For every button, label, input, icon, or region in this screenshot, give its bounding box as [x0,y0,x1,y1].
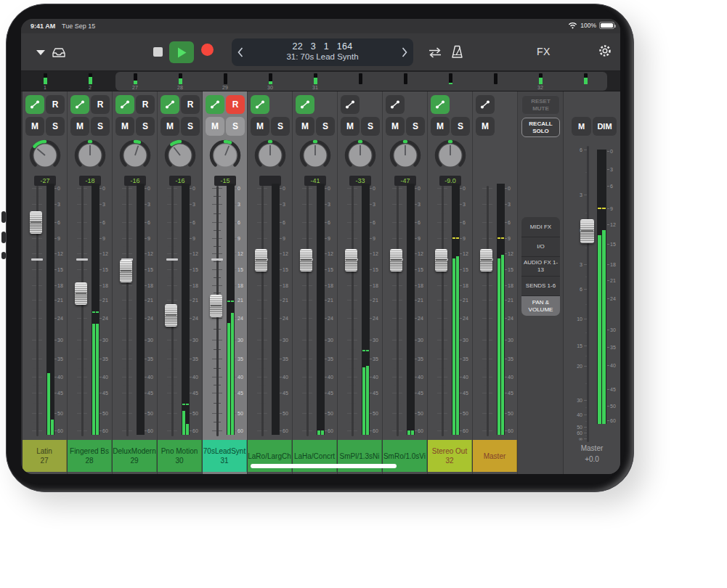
volume-fader-handle[interactable] [390,249,402,271]
overview-channel-meter[interactable] [539,73,543,84]
pan-knob[interactable] [299,138,331,173]
pan-knob[interactable] [209,138,241,173]
mute-button[interactable]: M [251,117,269,136]
record-enable-button[interactable]: R [46,95,65,114]
automation-button[interactable] [386,95,405,114]
mute-button[interactable]: M [386,117,405,136]
sidebar-mode-midi-fx[interactable]: MIDI FX [521,217,560,237]
record-enable-button[interactable]: R [136,95,155,114]
automation-button[interactable] [161,95,179,114]
track-name-label[interactable]: Pno Motion 30 [158,440,202,472]
overview-channel-meter[interactable] [494,73,497,84]
chevron-down-icon[interactable] [36,49,46,56]
library-tray-icon[interactable] [52,46,66,58]
automation-button[interactable] [251,95,269,114]
overview-channel-meter[interactable] [584,73,588,84]
next-marker-icon[interactable] [402,47,407,57]
overview-channel-meter[interactable] [44,73,47,84]
volume-fader-handle[interactable] [435,249,447,271]
pan-knob[interactable] [119,138,151,173]
solo-button[interactable]: S [271,117,290,136]
track-name-label[interactable]: 70sLeadSynt 31 [203,440,247,472]
sidebar-mode-audio-fx-1-13[interactable]: AUDIO FX 1-13 [521,256,560,276]
volume-fader-handle[interactable] [165,304,177,327]
lcd-display[interactable]: 22 3 1 164 31: 70s Lead Synth [232,38,413,66]
pan-knob[interactable] [29,138,61,173]
sidebar-mode-i-o[interactable]: I/O [521,237,560,256]
mixer-overview-strip[interactable]: 12272829303132 [21,71,620,91]
automation-button[interactable] [296,95,314,114]
pan-knob[interactable] [164,138,196,173]
fx-button[interactable]: FX [537,46,551,57]
reset-mute-button[interactable]: RESET MUTE [521,95,560,115]
track-name-label[interactable]: DeluxModern 29 [113,440,157,472]
mute-button[interactable]: M [341,117,360,136]
volume-fader-handle[interactable] [30,211,42,234]
pan-knob[interactable] [389,138,421,173]
mute-button[interactable]: M [70,117,89,136]
record-enable-button[interactable]: R [226,95,245,114]
metronome-icon[interactable] [451,45,463,59]
solo-button[interactable]: S [316,117,335,136]
track-name-label[interactable]: Latin 27 [23,440,67,472]
mute-button[interactable]: M [206,117,224,136]
solo-button[interactable]: S [181,117,200,136]
volume-fader-handle[interactable] [300,249,312,271]
mute-button[interactable]: M [296,117,314,136]
settings-gear-icon[interactable] [598,44,612,58]
overview-channel-meter[interactable] [404,73,407,84]
mute-button[interactable]: M [25,117,44,136]
overview-channel-meter[interactable] [359,73,362,84]
solo-button[interactable]: S [361,117,380,136]
previous-marker-icon[interactable] [237,47,243,57]
automation-button[interactable] [431,95,450,114]
automation-button[interactable] [25,95,44,114]
overview-channel-meter[interactable] [134,73,137,84]
solo-button[interactable]: S [406,117,425,136]
record-button[interactable] [201,44,214,56]
cycle-icon[interactable] [426,46,444,59]
solo-button[interactable]: S [46,117,65,136]
track-name-label[interactable]: Master [473,440,517,472]
solo-button[interactable]: S [136,117,155,136]
overview-channel-meter[interactable] [224,73,227,84]
track-name-label[interactable]: Stereo Out 32 [428,440,472,472]
mute-button[interactable]: M [161,117,179,136]
automation-button[interactable] [476,95,495,114]
sidebar-mode-pan-volume[interactable]: PAN & VOLUME [521,295,560,316]
master-fader-handle[interactable] [580,219,594,243]
overview-channel-meter[interactable] [449,73,452,84]
automation-button[interactable] [115,95,134,114]
pan-knob[interactable] [74,138,106,173]
overview-channel-meter[interactable] [179,73,182,84]
volume-fader-handle[interactable] [255,249,267,271]
volume-fader-handle[interactable] [210,295,222,317]
overview-channel-meter[interactable] [269,73,272,84]
overview-channel-meter[interactable] [89,73,92,84]
master-dim-button[interactable]: DIM [593,117,617,136]
volume-fader-handle[interactable] [120,260,132,282]
overview-channel-meter[interactable] [314,73,317,84]
master-mute-button[interactable]: M [572,117,591,136]
mute-button[interactable]: M [115,117,134,136]
automation-button[interactable] [341,95,360,114]
record-enable-button[interactable]: R [91,95,110,114]
record-enable-button[interactable]: R [181,95,200,114]
solo-button[interactable]: S [451,117,470,136]
volume-fader-handle[interactable] [75,282,87,305]
volume-fader-handle[interactable] [345,249,357,271]
pan-knob[interactable] [344,138,376,173]
sidebar-mode-sends-1-6[interactable]: SENDS 1-6 [521,276,560,295]
mute-button[interactable]: M [476,117,495,136]
solo-button[interactable]: S [91,117,110,136]
mute-button[interactable]: M [431,117,450,136]
pan-knob[interactable] [434,138,466,173]
recall-solo-button[interactable]: RECALL SOLO [521,118,560,137]
automation-button[interactable] [206,95,224,114]
play-button[interactable] [169,41,194,63]
volume-fader-handle[interactable] [480,249,492,271]
track-name-label[interactable]: Fingered Bs 28 [68,440,112,472]
pan-knob[interactable] [254,138,286,173]
stop-button[interactable] [153,47,163,57]
solo-button[interactable]: S [226,117,245,136]
